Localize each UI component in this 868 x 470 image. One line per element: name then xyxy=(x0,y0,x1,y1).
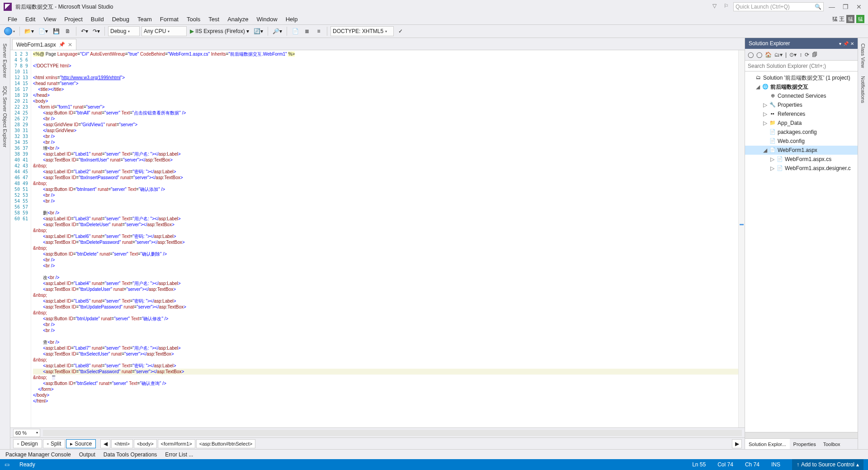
tree-item[interactable]: ▷🔧Properties xyxy=(745,100,858,109)
tree-item[interactable]: ⊕Connected Services xyxy=(745,91,858,100)
se-show-all-button[interactable]: 🗐 xyxy=(812,52,817,58)
menu-window[interactable]: Window xyxy=(252,15,281,24)
undo-button[interactable]: ↶▾ xyxy=(80,26,90,36)
notifications-tab[interactable]: Notifications xyxy=(860,73,866,106)
tree-item[interactable]: ▷📄WebForm1.aspx.cs xyxy=(745,155,858,164)
solution-search-input[interactable] xyxy=(745,61,858,71)
breadcrumb-item[interactable]: <body> xyxy=(134,439,157,448)
tree-item[interactable]: ◢🌐前后端数据交互 xyxy=(745,82,858,91)
se-scope-button[interactable]: 🗂▾ xyxy=(774,52,783,58)
user-name[interactable]: 猛 王 xyxy=(832,15,844,23)
bottom-tool-windows: Package Manager ConsoleOutputData Tools … xyxy=(0,449,868,459)
flag-icon[interactable]: ⚐ xyxy=(722,3,731,11)
tool-window-tab[interactable]: Package Manager Console xyxy=(5,451,71,458)
menu-tools[interactable]: Tools xyxy=(183,15,204,24)
menu-help[interactable]: Help xyxy=(282,15,302,24)
se-home-button[interactable]: 🏠 xyxy=(765,52,772,58)
add-item-button[interactable]: 📄▾ xyxy=(37,26,49,36)
split-view-button[interactable]: ▫ Split xyxy=(43,439,66,448)
close-icon[interactable]: ✕ xyxy=(68,42,72,48)
tool-window-tab[interactable]: Data Tools Operations xyxy=(104,451,157,458)
menu-edit[interactable]: Edit xyxy=(21,15,39,24)
menu-test[interactable]: Test xyxy=(204,15,223,24)
tree-item[interactable]: 📄Web.config xyxy=(745,137,858,146)
breadcrumb-item[interactable]: <html> xyxy=(111,439,133,448)
add-source-control-button[interactable]: ↑ Add to Source Control ▴ xyxy=(792,459,863,470)
user-badge-icon[interactable]: 猛 xyxy=(846,15,854,23)
open-file-button[interactable]: 📂▾ xyxy=(23,26,35,36)
status-ready: Ready xyxy=(19,461,35,468)
menu-team[interactable]: Team xyxy=(133,15,156,24)
left-rail: Server Explorer SQL Server Object Explor… xyxy=(0,38,10,449)
breadcrumb-item[interactable]: <asp:Button#btnSelect> xyxy=(196,439,255,448)
breadcrumb-prev-button[interactable]: ◀ xyxy=(100,439,110,448)
redo-button[interactable]: ↷▾ xyxy=(91,26,101,36)
tree-item[interactable]: ▷▪▪References xyxy=(745,109,858,119)
comment-button[interactable]: 📄 xyxy=(290,26,300,36)
menu-project[interactable]: Project xyxy=(60,15,86,24)
find-button[interactable]: 🔎▾ xyxy=(271,26,283,36)
se-close-icon[interactable]: ✕ xyxy=(850,41,854,46)
tool-window-tab[interactable]: Output xyxy=(79,451,95,458)
solution-search[interactable] xyxy=(745,61,858,71)
breadcrumb-next-button[interactable]: ▶ xyxy=(732,439,742,448)
platform-dropdown[interactable]: Any CPU▾ xyxy=(142,26,187,36)
code-body[interactable]: <%@ Page Language="C#" AutoEventWireup="… xyxy=(31,50,738,427)
se-tab-properties[interactable]: Properties xyxy=(790,439,820,449)
se-pin-icon[interactable]: 📌 xyxy=(843,41,849,46)
save-button[interactable]: 💾 xyxy=(51,26,61,36)
se-collapse-button[interactable]: ↕ xyxy=(799,52,802,58)
se-tab-solution[interactable]: Solution Explor... xyxy=(745,439,790,449)
search-icon: 🔍 xyxy=(815,4,821,10)
main-toolbar: ▾ 📂▾ 📄▾ 💾 🗎 ↶▾ ↷▾ Debug▾ Any CPU▾ ▶ IIS … xyxy=(0,24,868,38)
menu-format[interactable]: Format xyxy=(156,15,183,24)
run-button[interactable]: ▶ IIS Express (Firefox) ▾ xyxy=(189,26,250,36)
doctype-dropdown[interactable]: DOCTYPE: XHTML5▾ xyxy=(330,26,394,36)
indent-button[interactable]: ≣ xyxy=(302,26,312,36)
code-editor[interactable]: 1 2 3 4 5 6 7 8 9 10 11 12 13 14 15 16 1… xyxy=(10,50,745,427)
horizontal-scrollbar[interactable] xyxy=(43,430,742,436)
breadcrumb-item[interactable]: <form#form1> xyxy=(158,439,195,448)
tree-item[interactable]: ▷📄WebForm1.aspx.designer.c xyxy=(745,164,858,173)
se-refresh-button[interactable]: ⟳ xyxy=(805,52,809,58)
sql-server-explorer-tab[interactable]: SQL Server Object Explorer xyxy=(2,83,8,150)
document-tab[interactable]: WebForm1.aspx 📌 ✕ xyxy=(12,39,76,50)
se-sync-button[interactable]: ⊙▾ xyxy=(789,52,797,58)
tree-item[interactable]: 🗂Solution '前后端数据交互' (1 project) xyxy=(745,73,858,82)
quick-launch-input[interactable]: Quick Launch (Ctrl+Q) 🔍 xyxy=(733,2,824,11)
design-view-button[interactable]: ▫ Design xyxy=(13,439,42,448)
tree-item[interactable]: 📄packages.config xyxy=(745,128,858,137)
browser-link-button[interactable]: 🔄▾ xyxy=(252,26,264,36)
se-dropdown-icon[interactable]: ▾ xyxy=(839,41,841,46)
validate-button[interactable]: ✓ xyxy=(396,26,406,36)
source-view-button[interactable]: ▸ Source xyxy=(66,439,96,448)
solution-tree[interactable]: 🗂Solution '前后端数据交互' (1 project)◢🌐前后端数据交互… xyxy=(745,71,858,432)
menu-analyze[interactable]: Analyze xyxy=(223,15,252,24)
menu-view[interactable]: View xyxy=(39,15,60,24)
se-scrollbar[interactable] xyxy=(745,432,858,438)
se-forward-button[interactable]: ◯ xyxy=(756,52,762,58)
user-badge-green-icon[interactable]: 猛 xyxy=(856,15,864,23)
minimize-button[interactable]: — xyxy=(826,2,837,11)
se-back-button[interactable]: ◯ xyxy=(748,52,754,58)
feedback-icon[interactable]: ▽ xyxy=(710,3,719,11)
close-button[interactable]: ✕ xyxy=(854,2,864,11)
config-dropdown[interactable]: Debug▾ xyxy=(108,26,140,36)
workspace: Server Explorer SQL Server Object Explor… xyxy=(0,38,868,449)
se-tab-toolbox[interactable]: Toolbox xyxy=(820,439,844,449)
server-explorer-tab[interactable]: Server Explorer xyxy=(2,41,8,81)
menu-build[interactable]: Build xyxy=(87,15,108,24)
tree-item[interactable]: ▷📁App_Data xyxy=(745,119,858,128)
scroll-indicator[interactable] xyxy=(738,50,745,427)
tree-item[interactable]: ◢📄WebForm1.aspx xyxy=(745,146,858,155)
new-project-button[interactable]: ▾ xyxy=(3,26,16,36)
outdent-button[interactable]: ≡ xyxy=(314,26,324,36)
menu-file[interactable]: File xyxy=(4,15,21,24)
class-view-tab[interactable]: Class View xyxy=(860,41,866,71)
tool-window-tab[interactable]: Error List ... xyxy=(165,451,193,458)
menu-debug[interactable]: Debug xyxy=(108,15,133,24)
zoom-dropdown[interactable]: 60 %▾ xyxy=(13,429,40,437)
restore-button[interactable]: ❐ xyxy=(840,2,851,11)
pin-icon[interactable]: 📌 xyxy=(59,42,65,47)
save-all-button[interactable]: 🗎 xyxy=(63,26,73,36)
